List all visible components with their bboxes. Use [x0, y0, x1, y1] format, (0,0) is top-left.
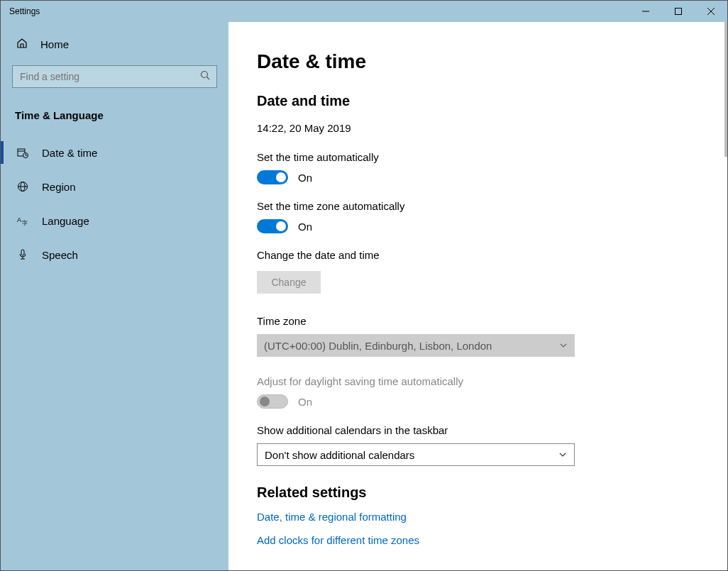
scrollbar[interactable]: [724, 22, 727, 157]
svg-rect-16: [21, 250, 24, 255]
set-time-auto-toggle[interactable]: [257, 170, 288, 184]
extra-calendars-combo[interactable]: Don't show additional calendars: [257, 443, 575, 466]
sidebar-item-label: Speech: [42, 249, 78, 261]
timezone-label: Time zone: [257, 315, 727, 327]
search-icon: [200, 70, 210, 83]
related-settings-title: Related settings: [257, 484, 727, 501]
microphone-icon: [16, 249, 29, 260]
date-time-icon: [16, 147, 29, 158]
dst-toggle: [257, 394, 288, 409]
sidebar-item-date-time[interactable]: Date & time: [1, 135, 228, 170]
sidebar-item-language[interactable]: A 字 Language: [1, 204, 228, 238]
chevron-down-icon: [558, 449, 567, 461]
window-titlebar: Settings: [1, 1, 727, 22]
timezone-combo: (UTC+00:00) Dublin, Edinburgh, Lisbon, L…: [257, 334, 575, 357]
change-datetime-label: Change the date and time: [257, 249, 727, 261]
svg-text:A: A: [17, 216, 21, 223]
sidebar-item-label: Language: [42, 215, 89, 227]
set-tz-auto-state: On: [298, 221, 312, 233]
sidebar-item-region[interactable]: Region: [1, 170, 228, 204]
sidebar-nav: Date & time Region A 字 Language: [1, 135, 228, 272]
link-add-clocks[interactable]: Add clocks for different time zones: [257, 534, 727, 546]
sidebar-item-label: Date & time: [42, 147, 97, 159]
close-button[interactable]: [695, 1, 727, 22]
current-datetime: 14:22, 20 May 2019: [257, 122, 727, 134]
search-input[interactable]: [12, 65, 217, 88]
chevron-down-icon: [559, 340, 568, 352]
link-regional-formatting[interactable]: Date, time & regional formatting: [257, 511, 727, 523]
set-tz-auto-toggle[interactable]: [257, 219, 288, 233]
svg-point-4: [202, 72, 208, 78]
language-icon: A 字: [16, 215, 29, 226]
dst-label: Adjust for daylight saving time automati…: [257, 375, 727, 387]
extra-calendars-label: Show additional calendars in the taskbar: [257, 424, 727, 436]
sidebar-item-label: Region: [42, 181, 76, 193]
svg-rect-1: [675, 9, 682, 15]
main-content: Date & time Date and time 14:22, 20 May …: [228, 22, 727, 570]
sidebar-item-speech[interactable]: Speech: [1, 238, 228, 272]
extra-calendars-value: Don't show additional calendars: [265, 449, 414, 461]
maximize-button[interactable]: [662, 1, 695, 22]
timezone-value: (UTC+00:00) Dublin, Edinburgh, Lisbon, L…: [264, 340, 492, 352]
window-title: Settings: [1, 6, 40, 16]
set-time-auto-state: On: [298, 172, 312, 184]
section-title: Date and time: [257, 93, 727, 109]
home-label: Home: [40, 38, 69, 50]
change-button: Change: [257, 271, 321, 294]
globe-icon: [16, 181, 29, 192]
minimize-button[interactable]: [629, 1, 662, 22]
set-tz-auto-label: Set the time zone automatically: [257, 200, 727, 212]
category-title: Time & Language: [1, 94, 228, 131]
page-title: Date & time: [257, 50, 727, 73]
home-icon: [16, 38, 28, 51]
set-time-auto-label: Set the time automatically: [257, 151, 727, 163]
svg-text:字: 字: [22, 220, 28, 226]
window-buttons: [629, 1, 727, 22]
dst-state: On: [298, 396, 312, 408]
svg-line-5: [207, 77, 210, 80]
home-nav[interactable]: Home: [1, 29, 228, 60]
sidebar: Home Time & Language Date & time: [1, 22, 228, 570]
